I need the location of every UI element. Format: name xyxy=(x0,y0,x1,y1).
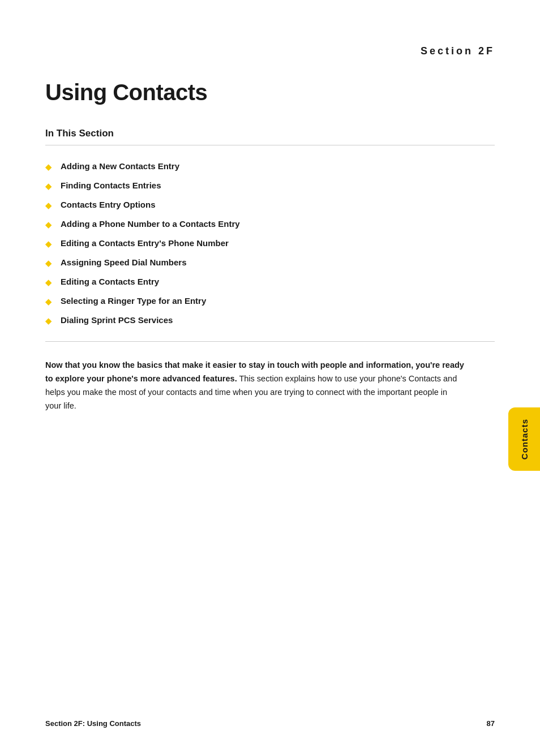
footer: Section 2F: Using Contacts 87 xyxy=(45,719,495,728)
list-item: ◆ Adding a New Contacts Entry xyxy=(45,157,495,176)
side-tab-label: Contacts xyxy=(520,419,529,459)
bullet-icon: ◆ xyxy=(45,239,52,248)
bullet-icon: ◆ xyxy=(45,297,52,306)
list-item: ◆ Editing a Contacts Entry xyxy=(45,272,495,291)
toc-item-label: Adding a New Contacts Entry xyxy=(61,161,179,171)
bullet-icon: ◆ xyxy=(45,259,52,268)
page-container: Section 2F Using Contacts In This Sectio… xyxy=(0,0,540,756)
list-item: ◆ Dialing Sprint PCS Services xyxy=(45,311,495,330)
list-item: ◆ Editing a Contacts Entry's Phone Numbe… xyxy=(45,234,495,253)
bullet-icon: ◆ xyxy=(45,182,52,191)
list-item: ◆ Assigning Speed Dial Numbers xyxy=(45,253,495,272)
toc-item-label: Contacts Entry Options xyxy=(61,200,156,209)
toc-item-label: Finding Contacts Entries xyxy=(61,181,161,190)
bullet-icon: ◆ xyxy=(45,201,52,210)
toc-item-label: Dialing Sprint PCS Services xyxy=(61,315,173,325)
bullet-icon: ◆ xyxy=(45,220,52,229)
toc-divider xyxy=(45,341,495,342)
list-item: ◆ Contacts Entry Options xyxy=(45,195,495,214)
toc-item-label: Selecting a Ringer Type for an Entry xyxy=(61,296,206,306)
toc-list: ◆ Adding a New Contacts Entry ◆ Finding … xyxy=(45,157,495,330)
footer-left-label: Section 2F: Using Contacts xyxy=(45,719,141,728)
toc-heading: In This Section xyxy=(45,128,495,145)
page-title: Using Contacts xyxy=(45,80,495,105)
list-item: ◆ Adding a Phone Number to a Contacts En… xyxy=(45,214,495,234)
list-item: ◆ Selecting a Ringer Type for an Entry xyxy=(45,291,495,311)
bullet-icon: ◆ xyxy=(45,316,52,325)
body-text: Now that you know the basics that make i… xyxy=(45,359,464,413)
list-item: ◆ Finding Contacts Entries xyxy=(45,176,495,195)
toc-item-label: Assigning Speed Dial Numbers xyxy=(61,257,187,267)
toc-item-label: Editing a Contacts Entry xyxy=(61,277,159,286)
toc-item-label: Editing a Contacts Entry's Phone Number xyxy=(61,238,229,248)
footer-page-number: 87 xyxy=(487,719,495,728)
section-label: Section 2F xyxy=(45,45,495,57)
side-tab: Contacts xyxy=(508,407,540,471)
bullet-icon: ◆ xyxy=(45,162,52,171)
bullet-icon: ◆ xyxy=(45,278,52,287)
toc-item-label: Adding a Phone Number to a Contacts Entr… xyxy=(61,219,240,229)
